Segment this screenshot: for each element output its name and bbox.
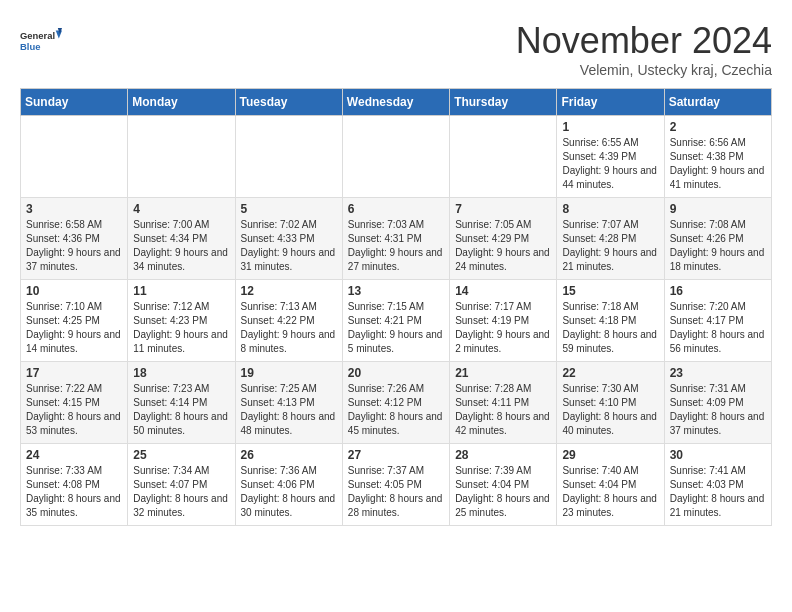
month-title: November 2024 bbox=[516, 20, 772, 62]
day-number: 22 bbox=[562, 366, 658, 380]
day-number: 19 bbox=[241, 366, 337, 380]
header-thursday: Thursday bbox=[450, 89, 557, 116]
calendar-cell: 23Sunrise: 7:31 AM Sunset: 4:09 PM Dayli… bbox=[664, 362, 771, 444]
calendar-cell: 19Sunrise: 7:25 AM Sunset: 4:13 PM Dayli… bbox=[235, 362, 342, 444]
day-number: 5 bbox=[241, 202, 337, 216]
day-number: 1 bbox=[562, 120, 658, 134]
day-number: 13 bbox=[348, 284, 444, 298]
calendar-cell: 2Sunrise: 6:56 AM Sunset: 4:38 PM Daylig… bbox=[664, 116, 771, 198]
day-info: Sunrise: 7:15 AM Sunset: 4:21 PM Dayligh… bbox=[348, 300, 444, 356]
calendar-cell: 28Sunrise: 7:39 AM Sunset: 4:04 PM Dayli… bbox=[450, 444, 557, 526]
calendar-cell: 29Sunrise: 7:40 AM Sunset: 4:04 PM Dayli… bbox=[557, 444, 664, 526]
day-info: Sunrise: 7:34 AM Sunset: 4:07 PM Dayligh… bbox=[133, 464, 229, 520]
day-info: Sunrise: 7:07 AM Sunset: 4:28 PM Dayligh… bbox=[562, 218, 658, 274]
calendar-cell: 7Sunrise: 7:05 AM Sunset: 4:29 PM Daylig… bbox=[450, 198, 557, 280]
calendar-cell: 22Sunrise: 7:30 AM Sunset: 4:10 PM Dayli… bbox=[557, 362, 664, 444]
day-number: 28 bbox=[455, 448, 551, 462]
calendar-cell: 11Sunrise: 7:12 AM Sunset: 4:23 PM Dayli… bbox=[128, 280, 235, 362]
calendar-cell bbox=[21, 116, 128, 198]
week-row-3: 10Sunrise: 7:10 AM Sunset: 4:25 PM Dayli… bbox=[21, 280, 772, 362]
day-info: Sunrise: 7:40 AM Sunset: 4:04 PM Dayligh… bbox=[562, 464, 658, 520]
calendar-cell: 24Sunrise: 7:33 AM Sunset: 4:08 PM Dayli… bbox=[21, 444, 128, 526]
day-number: 23 bbox=[670, 366, 766, 380]
logo: General Blue bbox=[20, 20, 62, 62]
header-wednesday: Wednesday bbox=[342, 89, 449, 116]
calendar-cell bbox=[128, 116, 235, 198]
day-info: Sunrise: 7:20 AM Sunset: 4:17 PM Dayligh… bbox=[670, 300, 766, 356]
day-info: Sunrise: 7:22 AM Sunset: 4:15 PM Dayligh… bbox=[26, 382, 122, 438]
calendar-cell: 5Sunrise: 7:02 AM Sunset: 4:33 PM Daylig… bbox=[235, 198, 342, 280]
day-info: Sunrise: 7:30 AM Sunset: 4:10 PM Dayligh… bbox=[562, 382, 658, 438]
week-row-1: 1Sunrise: 6:55 AM Sunset: 4:39 PM Daylig… bbox=[21, 116, 772, 198]
day-info: Sunrise: 7:05 AM Sunset: 4:29 PM Dayligh… bbox=[455, 218, 551, 274]
calendar-cell: 13Sunrise: 7:15 AM Sunset: 4:21 PM Dayli… bbox=[342, 280, 449, 362]
header-sunday: Sunday bbox=[21, 89, 128, 116]
day-number: 14 bbox=[455, 284, 551, 298]
calendar-cell: 15Sunrise: 7:18 AM Sunset: 4:18 PM Dayli… bbox=[557, 280, 664, 362]
calendar-cell bbox=[235, 116, 342, 198]
day-number: 10 bbox=[26, 284, 122, 298]
location-subtitle: Velemin, Ustecky kraj, Czechia bbox=[516, 62, 772, 78]
day-number: 17 bbox=[26, 366, 122, 380]
header-monday: Monday bbox=[128, 89, 235, 116]
calendar-cell: 9Sunrise: 7:08 AM Sunset: 4:26 PM Daylig… bbox=[664, 198, 771, 280]
day-info: Sunrise: 7:36 AM Sunset: 4:06 PM Dayligh… bbox=[241, 464, 337, 520]
day-info: Sunrise: 7:10 AM Sunset: 4:25 PM Dayligh… bbox=[26, 300, 122, 356]
calendar-cell: 27Sunrise: 7:37 AM Sunset: 4:05 PM Dayli… bbox=[342, 444, 449, 526]
calendar-cell: 8Sunrise: 7:07 AM Sunset: 4:28 PM Daylig… bbox=[557, 198, 664, 280]
day-number: 3 bbox=[26, 202, 122, 216]
calendar-cell: 26Sunrise: 7:36 AM Sunset: 4:06 PM Dayli… bbox=[235, 444, 342, 526]
day-number: 11 bbox=[133, 284, 229, 298]
day-info: Sunrise: 7:25 AM Sunset: 4:13 PM Dayligh… bbox=[241, 382, 337, 438]
calendar-cell: 6Sunrise: 7:03 AM Sunset: 4:31 PM Daylig… bbox=[342, 198, 449, 280]
calendar-cell: 12Sunrise: 7:13 AM Sunset: 4:22 PM Dayli… bbox=[235, 280, 342, 362]
day-number: 6 bbox=[348, 202, 444, 216]
day-number: 30 bbox=[670, 448, 766, 462]
calendar-cell: 21Sunrise: 7:28 AM Sunset: 4:11 PM Dayli… bbox=[450, 362, 557, 444]
day-number: 27 bbox=[348, 448, 444, 462]
calendar-cell: 17Sunrise: 7:22 AM Sunset: 4:15 PM Dayli… bbox=[21, 362, 128, 444]
day-info: Sunrise: 7:31 AM Sunset: 4:09 PM Dayligh… bbox=[670, 382, 766, 438]
calendar-cell: 3Sunrise: 6:58 AM Sunset: 4:36 PM Daylig… bbox=[21, 198, 128, 280]
header-tuesday: Tuesday bbox=[235, 89, 342, 116]
day-info: Sunrise: 6:58 AM Sunset: 4:36 PM Dayligh… bbox=[26, 218, 122, 274]
day-number: 29 bbox=[562, 448, 658, 462]
title-section: November 2024 Velemin, Ustecky kraj, Cze… bbox=[516, 20, 772, 78]
day-info: Sunrise: 7:13 AM Sunset: 4:22 PM Dayligh… bbox=[241, 300, 337, 356]
day-number: 18 bbox=[133, 366, 229, 380]
day-number: 21 bbox=[455, 366, 551, 380]
day-number: 16 bbox=[670, 284, 766, 298]
day-number: 15 bbox=[562, 284, 658, 298]
day-info: Sunrise: 7:12 AM Sunset: 4:23 PM Dayligh… bbox=[133, 300, 229, 356]
day-info: Sunrise: 7:02 AM Sunset: 4:33 PM Dayligh… bbox=[241, 218, 337, 274]
day-info: Sunrise: 7:00 AM Sunset: 4:34 PM Dayligh… bbox=[133, 218, 229, 274]
calendar-cell bbox=[450, 116, 557, 198]
calendar-cell: 14Sunrise: 7:17 AM Sunset: 4:19 PM Dayli… bbox=[450, 280, 557, 362]
day-number: 4 bbox=[133, 202, 229, 216]
day-number: 2 bbox=[670, 120, 766, 134]
day-info: Sunrise: 7:39 AM Sunset: 4:04 PM Dayligh… bbox=[455, 464, 551, 520]
day-number: 9 bbox=[670, 202, 766, 216]
day-number: 12 bbox=[241, 284, 337, 298]
calendar-table: SundayMondayTuesdayWednesdayThursdayFrid… bbox=[20, 88, 772, 526]
header-friday: Friday bbox=[557, 89, 664, 116]
day-number: 7 bbox=[455, 202, 551, 216]
svg-text:General: General bbox=[20, 30, 55, 41]
day-number: 25 bbox=[133, 448, 229, 462]
day-info: Sunrise: 7:41 AM Sunset: 4:03 PM Dayligh… bbox=[670, 464, 766, 520]
day-info: Sunrise: 7:03 AM Sunset: 4:31 PM Dayligh… bbox=[348, 218, 444, 274]
svg-text:Blue: Blue bbox=[20, 41, 40, 52]
day-info: Sunrise: 7:17 AM Sunset: 4:19 PM Dayligh… bbox=[455, 300, 551, 356]
day-info: Sunrise: 7:26 AM Sunset: 4:12 PM Dayligh… bbox=[348, 382, 444, 438]
calendar-cell: 1Sunrise: 6:55 AM Sunset: 4:39 PM Daylig… bbox=[557, 116, 664, 198]
day-number: 20 bbox=[348, 366, 444, 380]
calendar-cell: 18Sunrise: 7:23 AM Sunset: 4:14 PM Dayli… bbox=[128, 362, 235, 444]
calendar-cell: 16Sunrise: 7:20 AM Sunset: 4:17 PM Dayli… bbox=[664, 280, 771, 362]
day-number: 8 bbox=[562, 202, 658, 216]
logo-icon: General Blue bbox=[20, 20, 62, 62]
day-info: Sunrise: 7:23 AM Sunset: 4:14 PM Dayligh… bbox=[133, 382, 229, 438]
day-info: Sunrise: 7:33 AM Sunset: 4:08 PM Dayligh… bbox=[26, 464, 122, 520]
day-number: 26 bbox=[241, 448, 337, 462]
header-row: SundayMondayTuesdayWednesdayThursdayFrid… bbox=[21, 89, 772, 116]
day-info: Sunrise: 6:55 AM Sunset: 4:39 PM Dayligh… bbox=[562, 136, 658, 192]
